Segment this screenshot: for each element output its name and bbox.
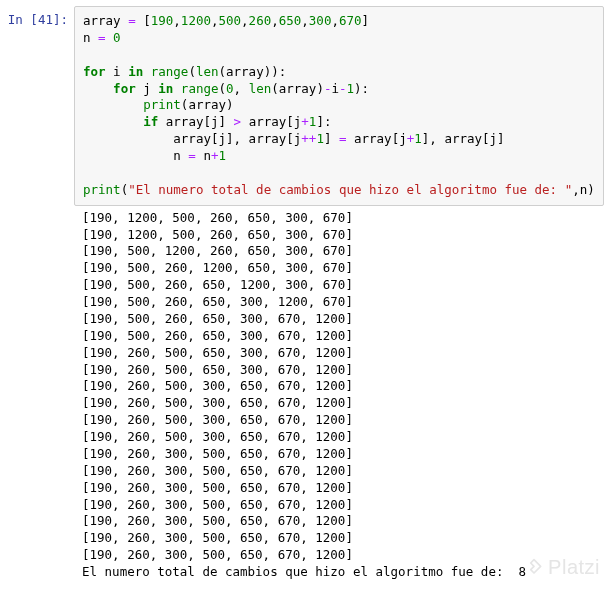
code-token: n xyxy=(173,148,181,163)
code-token: , xyxy=(572,182,580,197)
code-token: = xyxy=(91,30,114,45)
code-token xyxy=(83,131,173,146)
code-token: , xyxy=(271,13,279,28)
code-token: array xyxy=(279,81,317,96)
code-token: 1 xyxy=(414,131,422,146)
code-token: 650 xyxy=(279,13,302,28)
code-token: range xyxy=(151,64,189,79)
code-token: j xyxy=(490,131,498,146)
prompt-suffix: ]: xyxy=(53,12,68,27)
code-token: ] xyxy=(497,131,505,146)
code-token: ) xyxy=(316,81,324,96)
code-token: 500 xyxy=(219,13,242,28)
code-token: array xyxy=(249,114,287,129)
code-token: in xyxy=(128,64,143,79)
code-token: 0 xyxy=(113,30,121,45)
code-token xyxy=(158,114,166,129)
code-token xyxy=(83,97,143,112)
code-token: ): xyxy=(354,81,369,96)
code-token: print xyxy=(143,97,181,112)
code-token xyxy=(241,131,249,146)
code-token: = xyxy=(121,13,144,28)
code-token: n xyxy=(203,148,211,163)
code-token: array xyxy=(166,114,204,129)
code-token: array xyxy=(83,13,121,28)
prompt-number: 41 xyxy=(38,12,53,27)
code-token: , xyxy=(234,81,249,96)
code-token xyxy=(83,114,143,129)
code-token: ) xyxy=(226,97,234,112)
code-token: ], xyxy=(226,131,241,146)
code-token: j xyxy=(399,131,407,146)
code-token: i xyxy=(331,81,339,96)
code-token: ] xyxy=(219,114,227,129)
code-area[interactable]: array = [190,1200,500,260,650,300,670] n… xyxy=(74,6,604,206)
code-token: ): xyxy=(271,64,286,79)
code-token: array xyxy=(188,97,226,112)
code-token: , xyxy=(331,13,339,28)
code-token: + xyxy=(301,114,309,129)
code-token: ( xyxy=(219,64,227,79)
input-prompt: In [41]: xyxy=(0,6,74,29)
code-token: [ xyxy=(286,114,294,129)
code-token: j xyxy=(211,114,219,129)
jupyter-notebook: In [41]: array = [190,1200,500,260,650,3… xyxy=(0,0,608,589)
input-cell: In [41]: array = [190,1200,500,260,650,3… xyxy=(0,6,608,206)
code-token: = xyxy=(331,131,354,146)
code-token: for xyxy=(113,81,136,96)
code-token: array xyxy=(444,131,482,146)
code-token: , xyxy=(173,13,181,28)
platzi-logo-icon xyxy=(524,558,544,578)
code-token: - xyxy=(339,81,347,96)
code-token: 300 xyxy=(309,13,332,28)
code-token: ]: xyxy=(316,114,331,129)
code-token: array xyxy=(226,64,264,79)
code-token: ] xyxy=(362,13,370,28)
code-token: ( xyxy=(188,64,196,79)
watermark-text: Platzi xyxy=(548,554,600,581)
code-token: ) xyxy=(587,182,595,197)
code-token: 1 xyxy=(347,81,355,96)
code-token: array xyxy=(354,131,392,146)
code-token: n xyxy=(83,30,91,45)
code-token: , xyxy=(211,13,219,28)
code-token: if xyxy=(143,114,158,129)
code-token: ( xyxy=(219,81,227,96)
code-token: len xyxy=(196,64,219,79)
code-token: 1200 xyxy=(181,13,211,28)
code-token xyxy=(83,148,173,163)
code-token: array xyxy=(173,131,211,146)
code-token: in xyxy=(158,81,173,96)
code-token: print xyxy=(83,182,121,197)
code-token: 0 xyxy=(226,81,234,96)
watermark: Platzi xyxy=(524,554,600,581)
code-token: [ xyxy=(203,114,211,129)
code-token: j xyxy=(136,81,159,96)
code-token: [ xyxy=(286,131,294,146)
code-token: [ xyxy=(482,131,490,146)
code-token xyxy=(83,81,113,96)
output-area: [190, 1200, 500, 260, 650, 300, 670] [19… xyxy=(74,206,608,581)
code-token: = xyxy=(181,148,204,163)
code-token xyxy=(143,64,151,79)
code-token: ( xyxy=(271,81,279,96)
code-token: ++ xyxy=(301,131,316,146)
code-token: 1 xyxy=(316,131,324,146)
prompt-prefix: In [ xyxy=(8,12,38,27)
code-token: 1 xyxy=(218,148,226,163)
code-token: len xyxy=(249,81,272,96)
code-token: 190 xyxy=(151,13,174,28)
code-token: ], xyxy=(422,131,437,146)
code-token: for xyxy=(83,64,106,79)
code-token: range xyxy=(181,81,219,96)
code-token: , xyxy=(301,13,309,28)
code-token: 670 xyxy=(339,13,362,28)
code-token: > xyxy=(226,114,249,129)
code-token: [ xyxy=(143,13,151,28)
code-token: , xyxy=(241,13,249,28)
code-token: i xyxy=(106,64,129,79)
code-token: array xyxy=(249,131,287,146)
code-token: 260 xyxy=(249,13,272,28)
code-token: "El numero total de cambios que hizo el … xyxy=(128,182,572,197)
code-token xyxy=(173,81,181,96)
